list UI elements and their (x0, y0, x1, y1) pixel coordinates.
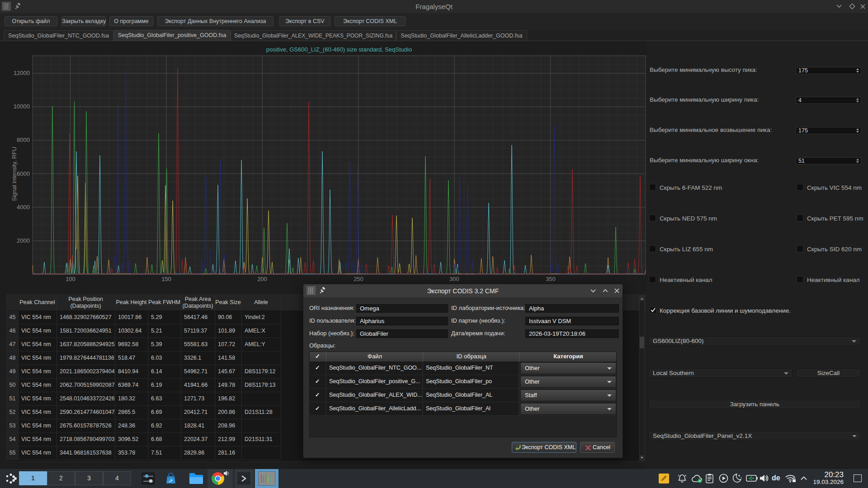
svg-text:150: 150 (161, 276, 171, 282)
svg-text:Signal intensity, RFU: Signal intensity, RFU (11, 147, 18, 201)
svg-text:positive, GS600_LIZ_(60-460) s: positive, GS600_LIZ_(60-460) size standa… (266, 46, 412, 53)
svg-text:300: 300 (449, 276, 459, 282)
svg-text:8000: 8000 (17, 136, 30, 143)
svg-text:10000: 10000 (14, 103, 30, 110)
svg-text:6000: 6000 (17, 170, 30, 177)
svg-text:350: 350 (546, 276, 556, 282)
svg-text:2000: 2000 (17, 237, 30, 244)
svg-text:4000: 4000 (17, 204, 30, 211)
svg-text:250: 250 (354, 276, 363, 282)
svg-text:12000: 12000 (14, 70, 30, 76)
svg-text:100: 100 (66, 276, 75, 282)
svg-text:200: 200 (257, 276, 267, 282)
